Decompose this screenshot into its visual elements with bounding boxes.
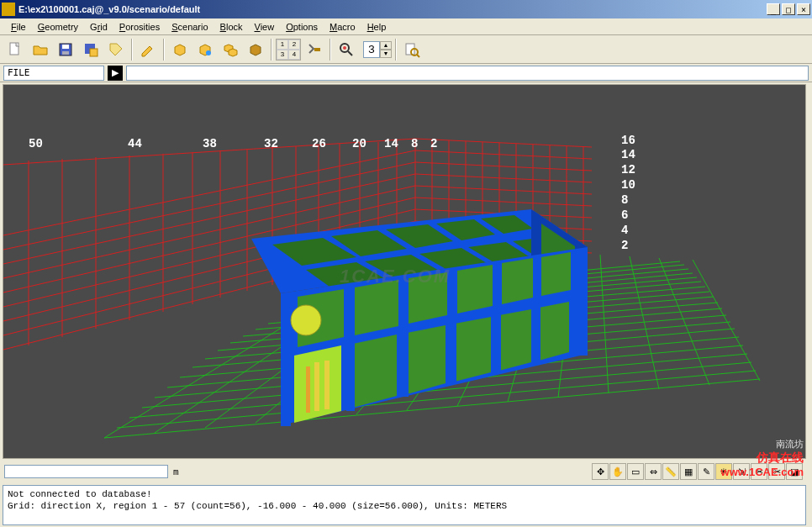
bottom-bar: m ✥ ✋ ▭ ⇔ 📏 ▦ ✎ ☀ ⇲ ✂ ✂ ◪ — [3, 461, 806, 482]
watermark-brand1: 南流坊 — [721, 438, 804, 451]
svg-marker-116 — [353, 335, 397, 408]
edit-pencil-button[interactable]: ✎ — [698, 463, 714, 480]
svg-rect-131 — [306, 366, 310, 413]
svg-line-44 — [600, 255, 609, 393]
scale-unit-label: m — [173, 466, 179, 477]
svg-line-53 — [415, 186, 592, 194]
save-report-button[interactable] — [79, 39, 103, 61]
measure-button[interactable]: ⇔ — [645, 463, 662, 480]
open-button[interactable] — [29, 39, 52, 61]
zoom-page-button[interactable] — [400, 39, 424, 61]
command-input[interactable] — [126, 66, 809, 81]
cube-dark-button[interactable] — [244, 39, 267, 61]
svg-marker-119 — [499, 309, 531, 371]
new-file-button[interactable] — [3, 39, 27, 61]
svg-rect-5 — [90, 49, 98, 56]
z-tick-10: 10 — [621, 178, 635, 192]
box-select-button[interactable]: ▭ — [627, 463, 644, 480]
x-tick-14: 14 — [384, 137, 398, 150]
menu-help[interactable]: Help — [361, 20, 393, 34]
pan-hand-button[interactable]: ✋ — [609, 463, 626, 480]
z-tick-14: 14 — [621, 148, 635, 161]
spinner-up[interactable]: ▲ — [380, 41, 392, 50]
layer-spinner-value[interactable] — [363, 41, 380, 58]
z-tick-12: 12 — [621, 163, 635, 177]
viewport-3d[interactable]: 50 44 38 32 26 20 14 8 2 16 14 12 10 8 6… — [3, 84, 806, 459]
menu-geometry[interactable]: Geometry — [32, 20, 84, 34]
svg-point-128 — [291, 305, 321, 335]
cube-stack-button[interactable] — [219, 39, 242, 61]
status-line-3: Grid: direction X, region 1 - 57 (count=… — [8, 500, 801, 512]
play-icon: ▶ — [112, 67, 119, 78]
menu-block[interactable]: Block — [214, 20, 249, 34]
layer-spinner[interactable]: ▲▼ — [363, 41, 392, 58]
z-tick-4: 4 — [621, 224, 628, 237]
command-mode-label[interactable]: FILE — [3, 66, 104, 81]
toolbar: 1234 ▲▼ — [0, 35, 812, 64]
z-tick-6: 6 — [621, 208, 628, 222]
status-area: Not connected to database! Grid: directi… — [3, 485, 806, 525]
nav-arrows-button[interactable]: ✥ — [592, 463, 609, 480]
minimize-button[interactable]: _ — [767, 3, 780, 15]
z-tick-8: 8 — [621, 193, 628, 207]
svg-rect-130 — [324, 361, 330, 409]
svg-rect-129 — [314, 362, 319, 411]
svg-marker-117 — [407, 325, 446, 394]
svg-marker-112 — [457, 265, 493, 314]
z-tick-2: 2 — [621, 239, 628, 252]
building-model — [251, 209, 588, 426]
menu-grid[interactable]: Grid — [84, 20, 113, 34]
hammer-button[interactable] — [303, 39, 326, 61]
menu-file[interactable]: File — [5, 20, 32, 34]
tag-button[interactable] — [104, 39, 128, 61]
grid-toggle-button[interactable]: ▦ — [680, 463, 697, 480]
svg-line-47 — [693, 260, 760, 381]
menu-macro[interactable]: Macro — [324, 20, 361, 34]
close-button[interactable]: × — [797, 3, 810, 15]
svg-line-77 — [3, 150, 415, 235]
svg-line-13 — [417, 55, 419, 57]
svg-rect-122 — [346, 287, 355, 411]
center-watermark: 1CAE.COM — [340, 266, 451, 287]
x-tick-32: 32 — [264, 137, 278, 150]
z-tick-16: 16 — [621, 134, 635, 147]
menu-porosities[interactable]: Porosities — [113, 20, 166, 34]
watermark-brand2: 仿真在线 — [721, 451, 804, 466]
zoom-color-button[interactable] — [335, 39, 358, 61]
pencil-button[interactable] — [136, 39, 160, 61]
svg-marker-118 — [455, 317, 491, 382]
x-tick-50: 50 — [29, 137, 43, 150]
svg-marker-113 — [502, 258, 533, 304]
svg-rect-126 — [535, 260, 540, 361]
menu-options[interactable]: Options — [280, 20, 324, 34]
x-tick-44: 44 — [128, 137, 142, 150]
svg-line-9 — [348, 51, 352, 55]
svg-line-55 — [415, 162, 592, 171]
ruler-button[interactable]: 📏 — [662, 463, 679, 480]
app-icon — [2, 3, 15, 16]
svg-marker-120 — [539, 302, 569, 361]
svg-point-10 — [343, 46, 346, 50]
command-go-button[interactable]: ▶ — [108, 66, 123, 81]
cube-blue-button[interactable] — [193, 39, 217, 61]
svg-line-52 — [415, 198, 592, 206]
save-button[interactable] — [54, 39, 77, 61]
title-bar: E:\ex2\100001.caj@_v9.0/scenario/default… — [0, 0, 812, 18]
grid-1234-button[interactable]: 1234 — [276, 39, 301, 61]
command-bar: FILE ▶ — [0, 64, 812, 82]
svg-marker-114 — [541, 252, 571, 296]
menu-scenario[interactable]: Scenario — [166, 20, 214, 34]
watermark-overlay: 南流坊 仿真在线 www.1CAE.com — [721, 438, 804, 478]
svg-rect-7 — [314, 48, 320, 51]
svg-line-56 — [415, 150, 592, 159]
menu-view[interactable]: View — [249, 20, 281, 34]
x-tick-2: 2 — [430, 137, 437, 150]
svg-rect-127 — [580, 250, 588, 356]
watermark-url: www.1CAE.com — [721, 466, 804, 478]
svg-point-6 — [206, 50, 211, 55]
x-tick-8: 8 — [411, 137, 418, 150]
window-title: E:\ex2\100001.caj@_v9.0/scenario/default — [18, 4, 765, 14]
spinner-down[interactable]: ▼ — [380, 50, 392, 58]
cube-yellow-button[interactable] — [168, 39, 192, 61]
maximize-button[interactable]: □ — [782, 3, 795, 15]
